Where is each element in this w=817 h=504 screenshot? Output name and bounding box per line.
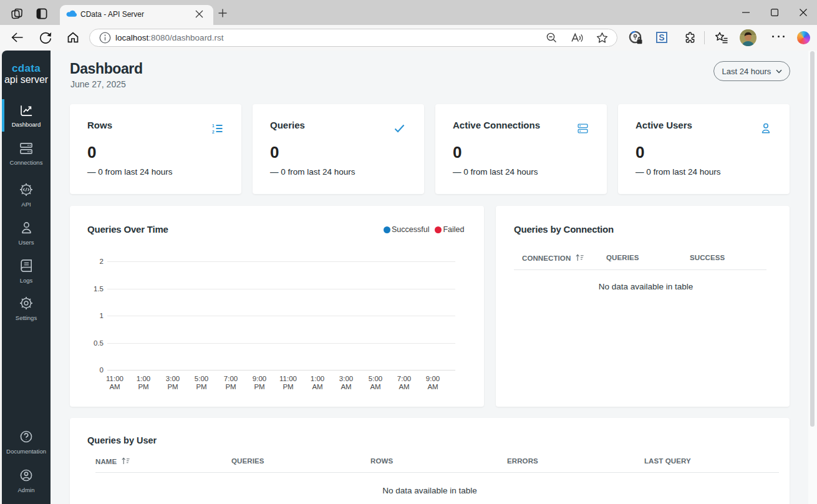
svg-text:2: 2 — [212, 130, 215, 134]
svg-text:1: 1 — [212, 124, 215, 128]
